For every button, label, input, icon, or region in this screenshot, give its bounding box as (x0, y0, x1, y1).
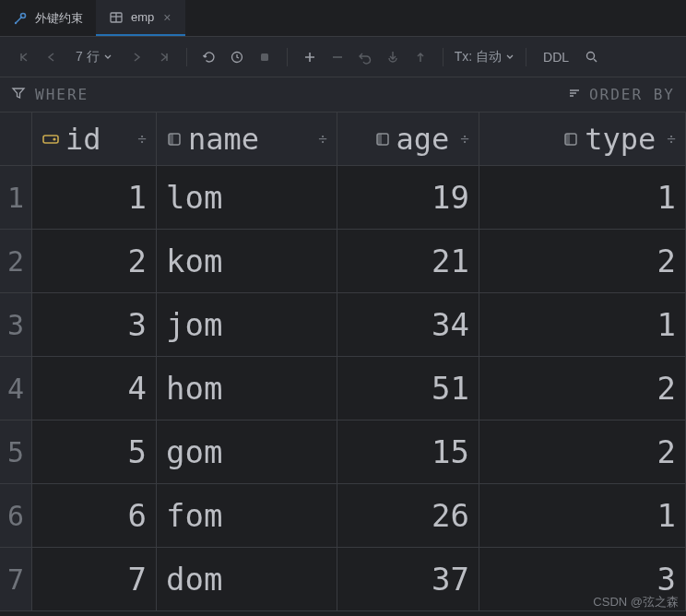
cell-id[interactable]: 2 (32, 230, 157, 293)
svg-rect-11 (169, 134, 173, 145)
svg-rect-13 (377, 134, 382, 145)
close-icon[interactable]: × (161, 10, 172, 25)
svg-point-1 (15, 21, 17, 23)
column-header-type[interactable]: type ÷ (479, 113, 686, 166)
refresh-icon[interactable] (198, 46, 220, 68)
cell-age[interactable]: 51 (337, 357, 479, 421)
add-row-icon[interactable] (299, 46, 321, 68)
column-icon (374, 131, 391, 148)
row-number[interactable]: 6 (0, 484, 32, 548)
sort-indicator: ÷ (460, 130, 469, 148)
row-number[interactable]: 4 (0, 357, 32, 421)
cell-id[interactable]: 5 (32, 421, 157, 484)
upload-icon[interactable] (409, 46, 432, 68)
cell-name[interactable]: fom (157, 484, 337, 548)
cell-type[interactable]: 1 (479, 293, 686, 357)
svg-point-0 (21, 13, 26, 18)
prev-page-icon[interactable] (41, 46, 63, 68)
tab-bar: 外键约束 emp × (0, 0, 686, 37)
cell-age[interactable]: 15 (337, 421, 479, 484)
watermark: CSDN @弦之森 (593, 594, 679, 610)
auto-refresh-icon[interactable] (226, 46, 248, 68)
ddl-button[interactable]: DDL (538, 46, 574, 68)
sort-icon[interactable] (567, 86, 582, 104)
cell-type[interactable]: 1 (479, 166, 686, 230)
row-number[interactable]: 5 (0, 421, 32, 484)
sort-indicator: ÷ (667, 130, 676, 148)
cell-name[interactable]: gom (157, 421, 337, 484)
column-header-id[interactable]: id ÷ (32, 113, 157, 166)
svg-rect-15 (565, 134, 570, 145)
row-count-label: 7 行 (76, 49, 100, 65)
cell-id[interactable]: 1 (32, 166, 157, 230)
last-page-icon[interactable] (153, 46, 175, 68)
cell-type[interactable]: 2 (479, 230, 686, 293)
delete-row-icon[interactable] (326, 46, 349, 68)
column-header-age[interactable]: age ÷ (337, 113, 479, 166)
cell-age[interactable]: 34 (337, 293, 479, 357)
data-grid: id ÷ name ÷ age ÷ type ÷ 11lom19122kom21… (0, 113, 686, 611)
cell-age[interactable]: 21 (337, 230, 479, 293)
filter-bar: WHERE ORDER BY (0, 77, 686, 113)
revert-icon[interactable] (354, 46, 376, 68)
cell-type[interactable]: 1 (479, 484, 686, 548)
tx-label: Tx: 自动 (455, 49, 502, 65)
row-number[interactable]: 2 (0, 230, 32, 293)
row-number[interactable]: 1 (0, 166, 32, 230)
svg-point-9 (53, 137, 55, 140)
cell-name[interactable]: dom (157, 548, 337, 611)
key-column-icon (41, 130, 60, 148)
row-number[interactable]: 7 (0, 548, 32, 611)
cell-id[interactable]: 3 (32, 293, 157, 357)
cell-name[interactable]: kom (157, 230, 337, 293)
grid-corner (0, 113, 32, 166)
tx-mode-selector[interactable]: Tx: 自动 (455, 49, 514, 65)
cell-name[interactable]: lom (157, 166, 337, 230)
svg-point-7 (586, 53, 594, 60)
cell-id[interactable]: 4 (32, 357, 157, 421)
toolbar: 7 行 Tx: 自动 DDL (0, 37, 686, 77)
orderby-label[interactable]: ORDER BY (589, 86, 675, 103)
cell-age[interactable]: 26 (337, 484, 479, 548)
row-number[interactable]: 3 (0, 293, 32, 357)
chevron-down-icon (103, 53, 112, 62)
sort-indicator: ÷ (318, 130, 327, 148)
column-icon (166, 131, 183, 148)
cell-name[interactable]: jom (157, 293, 337, 357)
chevron-down-icon (505, 53, 514, 62)
where-label[interactable]: WHERE (35, 86, 89, 103)
svg-rect-6 (261, 53, 268, 61)
cell-name[interactable]: hom (157, 357, 337, 421)
table-icon (109, 10, 124, 25)
cell-age[interactable]: 37 (337, 548, 479, 611)
first-page-icon[interactable] (13, 46, 35, 68)
sort-indicator: ÷ (137, 130, 147, 148)
cell-id[interactable]: 7 (32, 548, 157, 611)
cell-type[interactable]: 2 (479, 421, 686, 484)
cell-age[interactable]: 19 (337, 166, 479, 230)
tab-emp[interactable]: emp × (96, 0, 185, 36)
search-icon[interactable] (580, 46, 602, 68)
constraint-icon (13, 11, 28, 26)
stop-icon[interactable] (254, 46, 276, 68)
commit-icon[interactable] (382, 46, 404, 68)
cell-type[interactable]: 2 (479, 357, 686, 421)
row-count-selector[interactable]: 7 行 (68, 49, 120, 65)
tab-label: 外键约束 (35, 10, 83, 27)
tab-label: emp (131, 10, 154, 24)
column-icon (562, 131, 579, 148)
cell-id[interactable]: 6 (32, 484, 157, 548)
column-header-name[interactable]: name ÷ (157, 113, 337, 166)
next-page-icon[interactable] (125, 46, 148, 68)
filter-icon[interactable] (11, 86, 26, 104)
tab-fk[interactable]: 外键约束 (0, 0, 96, 36)
